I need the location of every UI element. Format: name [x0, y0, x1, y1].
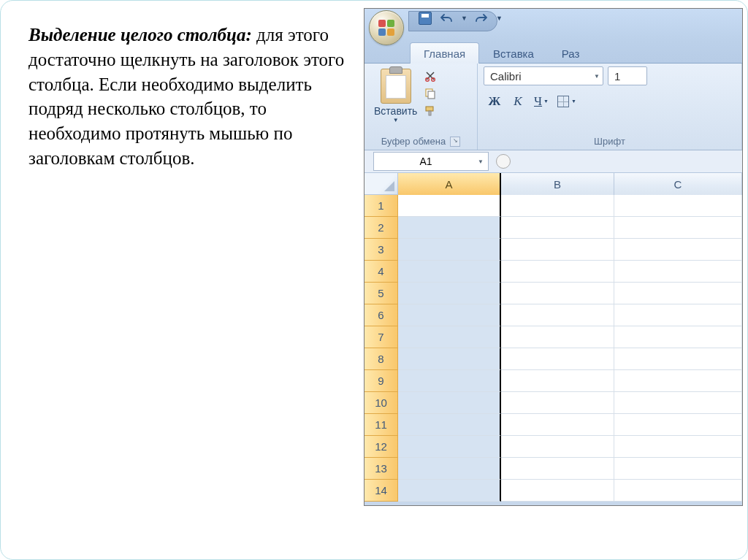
bold-button[interactable]: Ж [484, 91, 505, 112]
cell[interactable] [614, 480, 742, 502]
quick-access-toolbar: ▼ ▼ [408, 9, 508, 25]
row-header[interactable]: 3 [365, 239, 398, 261]
cell[interactable] [501, 436, 614, 458]
row-header[interactable]: 9 [365, 370, 398, 392]
row-header[interactable]: 7 [365, 326, 398, 348]
cell[interactable] [501, 392, 614, 414]
cell[interactable] [501, 480, 614, 502]
clipboard-group-label: Буфер обмена [381, 136, 446, 147]
svg-rect-5 [429, 111, 431, 115]
cell[interactable] [614, 217, 742, 239]
cell[interactable] [614, 283, 742, 304]
row-header[interactable]: 5 [365, 283, 398, 304]
cell[interactable] [398, 304, 501, 326]
tab-home[interactable]: Главная [410, 42, 479, 64]
row-header[interactable]: 4 [365, 261, 398, 283]
cell[interactable] [398, 217, 501, 239]
cell[interactable] [398, 370, 501, 392]
cell[interactable] [614, 239, 742, 261]
cell[interactable] [398, 283, 501, 304]
name-box-value: A1 [374, 156, 478, 167]
italic-button[interactable]: К [507, 91, 529, 112]
cell[interactable] [501, 414, 614, 436]
format-painter-icon[interactable] [424, 104, 437, 118]
cell[interactable] [614, 436, 742, 458]
cell[interactable] [501, 283, 614, 304]
row-header[interactable]: 6 [365, 304, 398, 326]
cell[interactable] [614, 195, 742, 217]
underline-button[interactable]: Ч▼ [530, 91, 552, 112]
cell[interactable] [398, 348, 501, 370]
select-all-corner[interactable] [365, 173, 398, 195]
chevron-down-icon: ▼ [594, 73, 600, 80]
row-header[interactable]: 8 [365, 348, 398, 370]
cell[interactable] [614, 458, 742, 480]
formula-bar: A1 ▼ [365, 150, 742, 173]
description-title: Выделение целого столбца: [28, 25, 252, 45]
row-header[interactable]: 12 [365, 436, 398, 458]
cell[interactable] [614, 370, 742, 392]
slide-frame: Выделение целого столбца: для этого дост… [0, 0, 748, 560]
redo-icon[interactable] [476, 12, 487, 24]
cell[interactable] [501, 239, 614, 261]
cell[interactable] [398, 458, 501, 480]
cell[interactable] [398, 436, 501, 458]
cell[interactable] [398, 480, 501, 502]
description-text: Выделение целого столбца: для этого дост… [28, 23, 350, 171]
cell[interactable] [614, 392, 742, 414]
row-header[interactable]: 2 [365, 217, 398, 239]
row-header[interactable]: 1 [365, 195, 398, 217]
border-button[interactable]: ▼ [554, 91, 580, 112]
cell[interactable] [501, 261, 614, 283]
font-group-label: Шрифт [594, 136, 625, 147]
cell[interactable] [398, 195, 501, 217]
cell[interactable] [614, 304, 742, 326]
cell[interactable] [614, 348, 742, 370]
undo-dropdown-icon[interactable]: ▼ [461, 15, 467, 22]
cell[interactable] [614, 414, 742, 436]
paste-label: Вставить [374, 105, 417, 117]
cut-icon[interactable] [424, 69, 437, 83]
cell[interactable] [501, 370, 614, 392]
row-header[interactable]: 13 [365, 458, 398, 480]
chevron-down-icon: ▼ [571, 99, 576, 104]
name-box[interactable]: A1 ▼ [373, 152, 489, 171]
cell[interactable] [501, 195, 614, 217]
cell[interactable] [614, 261, 742, 283]
description-body: для этого достаточно щелкнуть на заголов… [28, 25, 344, 168]
svg-rect-4 [426, 107, 433, 111]
save-icon[interactable] [419, 12, 432, 25]
copy-icon[interactable] [424, 87, 437, 100]
cell[interactable] [398, 392, 501, 414]
cell[interactable] [501, 458, 614, 480]
clipboard-dialog-launcher[interactable]: ↘ [450, 137, 460, 147]
formula-input-area[interactable] [492, 154, 742, 169]
cell[interactable] [398, 326, 501, 348]
tab-insert[interactable]: Вставка [479, 42, 548, 64]
font-group: Calibri ▼ 1 Ж К Ч▼ ▼ [478, 64, 742, 150]
row-header[interactable]: 14 [365, 480, 398, 502]
cell[interactable] [501, 326, 614, 348]
office-button[interactable] [365, 9, 408, 39]
column-header-b[interactable]: B [501, 173, 614, 196]
font-name-combo[interactable]: Calibri ▼ [484, 66, 603, 85]
cell[interactable] [398, 414, 501, 436]
column-header-c[interactable]: C [614, 173, 742, 196]
column-header-a[interactable]: A [398, 173, 501, 196]
cell[interactable] [614, 326, 742, 348]
excel-screenshot: ▼ ▼ Главная Вставка Раз Вставить ▼ [364, 8, 743, 506]
cell[interactable] [398, 239, 501, 261]
qat-customize-icon[interactable]: ▼ [496, 15, 502, 22]
paste-button[interactable]: Вставить ▼ [370, 66, 421, 126]
cell[interactable] [398, 261, 501, 283]
row-header[interactable]: 10 [365, 392, 398, 414]
cell[interactable] [501, 348, 614, 370]
cell[interactable] [501, 304, 614, 326]
tab-layout[interactable]: Раз [548, 42, 594, 64]
font-size-combo[interactable]: 1 [608, 66, 647, 85]
cell[interactable] [501, 217, 614, 239]
undo-icon[interactable] [440, 12, 452, 24]
svg-rect-3 [428, 91, 435, 99]
office-orb-icon [369, 10, 404, 45]
row-header[interactable]: 11 [365, 414, 398, 436]
